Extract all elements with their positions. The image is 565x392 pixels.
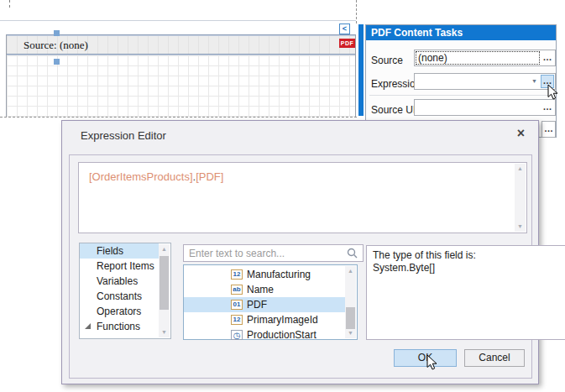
source-field[interactable]: (none) …: [414, 50, 556, 66]
scroll-up-icon[interactable]: ▲: [515, 164, 526, 174]
field-search-box[interactable]: Enter text to search...: [183, 244, 364, 262]
field-label: PrimaryImageId: [247, 314, 318, 326]
scroll-down-icon[interactable]: ▼: [159, 327, 170, 337]
selection-handle-bottom[interactable]: [54, 59, 60, 65]
source-value: (none): [418, 52, 447, 64]
field-label: ProductionStart: [247, 329, 317, 341]
field-item-manufacturing[interactable]: 12 Manufacturing: [184, 267, 345, 282]
field-item-primaryimageid[interactable]: 12 PrimaryImageId: [184, 312, 345, 327]
scroll-down-icon[interactable]: ▼: [515, 222, 526, 232]
source-label: Source: [371, 55, 403, 66]
dialog-title: Expression Editor: [81, 129, 166, 142]
tasks-separator: [369, 95, 552, 96]
info-line-2: System.Byte[]: [373, 262, 565, 274]
field-item-name[interactable]: ab Name: [184, 282, 345, 297]
scroll-up-icon[interactable]: ▲: [345, 266, 356, 276]
scroll-thumb[interactable]: [346, 307, 355, 329]
category-label: Operators: [97, 306, 141, 317]
expand-triangle-icon[interactable]: [85, 323, 91, 329]
category-list: Fields Report Items Variables Constants …: [79, 243, 171, 339]
smart-tag-grip[interactable]: [358, 24, 364, 116]
category-item-operators[interactable]: Operators: [80, 304, 159, 319]
category-item-fields[interactable]: Fields: [80, 243, 159, 259]
expression-scrollbar[interactable]: ▲ ▼: [515, 164, 526, 232]
field-list: 12 Manufacturing ab Name 01 PDF 12 Prima…: [183, 264, 358, 340]
design-surface-right-edge: [356, 0, 357, 24]
numeric-field-icon: 12: [231, 315, 243, 325]
category-item-variables[interactable]: Variables: [80, 274, 159, 289]
field-label: Name: [247, 284, 274, 295]
close-icon[interactable]: ×: [517, 127, 525, 140]
expression-operand-1: [OrderItemsProducts]: [89, 170, 193, 183]
design-surface-right-border: [355, 34, 356, 117]
expression-ellipsis-button[interactable]: …: [541, 75, 554, 88]
hidden-row-ellipsis-button[interactable]: …: [541, 121, 556, 138]
field-type-info-panel: The type of this field is: System.Byte[]…: [366, 245, 565, 340]
expression-field[interactable]: ▼ …: [414, 73, 556, 90]
scroll-down-icon[interactable]: ▼: [345, 328, 356, 338]
expression-editor-dialog: Expression Editor × [OrderItemsProducts]…: [61, 120, 539, 384]
category-item-functions[interactable]: Functions: [80, 319, 159, 334]
expression-text-area[interactable]: [OrderItemsProducts].[PDF] ▲ ▼: [78, 162, 527, 233]
design-surface-bottom-edge: [0, 117, 357, 118]
design-surface-left-edge: [6, 34, 7, 117]
report-margin-dash: [9, 0, 10, 8]
expression-dropdown-icon[interactable]: ▼: [531, 78, 537, 84]
scroll-thumb[interactable]: [160, 256, 169, 310]
scroll-up-icon[interactable]: ▲: [159, 244, 170, 254]
category-label: Fields: [97, 245, 123, 257]
info-line-1: The type of this field is:: [373, 249, 565, 262]
field-item-productionstart[interactable]: ◷ ProductionStart: [184, 327, 345, 342]
datetime-field-icon: ◷: [231, 330, 243, 340]
field-label: PDF: [247, 299, 267, 311]
search-placeholder: Enter text to search...: [189, 248, 285, 259]
search-icon: [347, 248, 358, 259]
binary-field-icon: 01: [231, 300, 243, 310]
category-label: Report Items: [97, 260, 154, 272]
selection-handle-top[interactable]: [54, 30, 60, 36]
category-label: Functions: [97, 321, 140, 332]
category-item-report-items[interactable]: Report Items: [80, 259, 159, 274]
smart-tag-collapse-button[interactable]: <: [339, 24, 350, 34]
field-list-scrollbar[interactable]: ▲ ▼: [345, 266, 356, 338]
source-ellipsis-button[interactable]: …: [541, 51, 554, 65]
category-label: Variables: [97, 275, 138, 287]
category-scrollbar[interactable]: ▲ ▼: [159, 244, 170, 337]
source-url-field[interactable]: …: [414, 99, 556, 116]
ok-button[interactable]: OK: [394, 349, 457, 367]
category-item-constants[interactable]: Constants: [80, 289, 159, 304]
field-label: Manufacturing: [247, 269, 311, 280]
pdf-type-badge: PDF: [339, 39, 355, 48]
expression-operand-2: [PDF]: [196, 170, 223, 183]
numeric-field-icon: 12: [231, 269, 243, 280]
tasks-panel-title: PDF Content Tasks: [366, 25, 556, 40]
pdf-content-control[interactable]: Source: (none): [7, 36, 355, 54]
text-field-icon: ab: [231, 285, 243, 295]
source-url-ellipsis-button[interactable]: …: [541, 101, 554, 114]
category-label: Constants: [97, 290, 142, 302]
pdf-source-caption: Source: (none): [24, 39, 88, 52]
cancel-button[interactable]: Cancel: [464, 349, 525, 367]
report-margin-line: [0, 20, 356, 21]
field-item-pdf[interactable]: 01 PDF: [184, 297, 345, 312]
